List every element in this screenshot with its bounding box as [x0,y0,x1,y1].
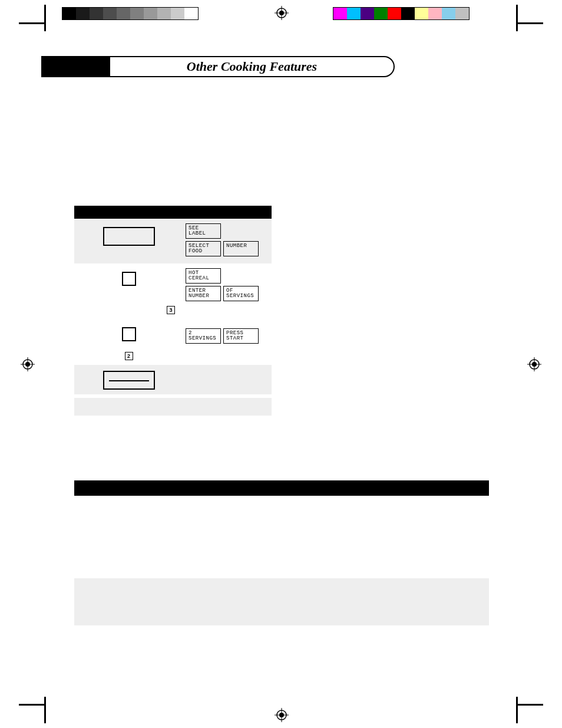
food-table [74,480,489,625]
display-panel: SEELABEL [186,223,221,239]
breakfast-button[interactable] [103,227,155,246]
table-row [74,578,489,625]
table-row: 3 HOTCEREAL ENTERNUMBER OFSERVINGS [74,263,272,319]
keypad-2-icon: 2 [125,352,133,360]
registration-mark-icon [21,357,35,371]
grayscale-bar [62,7,199,20]
section-heading: Other Cooking Features [41,56,395,77]
registration-mark-icon [275,708,289,722]
heading-accent [42,57,110,76]
crop-mark [516,697,518,723]
table-row: SEELABEL SELECTFOOD NUMBER [74,219,272,263]
display-panel: SELECTFOOD [186,241,221,256]
registration-mark-icon [275,6,289,20]
instruction-table: SEELABEL SELECTFOOD NUMBER 3 HOTCEREAL E… [74,206,272,416]
table-header [74,480,489,496]
crop-mark [44,697,46,723]
keypad-3-icon: 3 [167,306,175,314]
table-row [74,365,272,394]
display-panel: NUMBER [223,241,259,256]
display-panel: PRESSSTART [223,328,259,344]
table-row: 2 2SERVINGS PRESSSTART [74,319,272,365]
display-panel: 2SERVINGS [186,328,221,344]
page-title: Other Cooking Features [110,59,394,74]
crop-mark [517,704,543,706]
registration-mark-icon [527,357,541,371]
display-panel: ENTERNUMBER [186,286,221,301]
display-panel: OFSERVINGS [223,286,259,301]
table-row [74,496,489,578]
table-row [74,398,272,416]
number-pad-button[interactable] [122,327,136,341]
color-bar [333,7,470,20]
crop-mark [517,22,543,24]
crop-mark [19,22,45,24]
crop-mark [44,5,46,31]
number-pad-button[interactable] [122,272,136,286]
display-panel: HOTCEREAL [186,268,221,284]
crop-mark [516,5,518,31]
table-header [74,206,272,219]
start-button[interactable] [103,371,155,390]
crop-mark [19,704,45,706]
